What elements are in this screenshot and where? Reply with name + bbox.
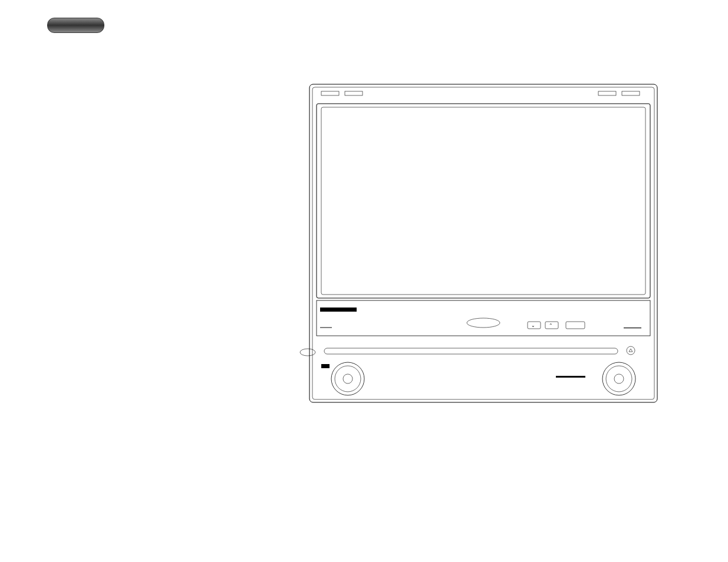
svg-point-25: [343, 374, 353, 384]
text-column: [47, 44, 256, 431]
svg-rect-1: [312, 87, 654, 399]
svg-text:⌄: ⌄: [531, 323, 535, 328]
svg-rect-7: [321, 107, 645, 295]
svg-rect-17: [624, 328, 641, 328]
svg-point-18: [627, 346, 635, 355]
svg-rect-5: [622, 91, 640, 95]
svg-point-23: [331, 362, 364, 395]
svg-text:⌃: ⌃: [549, 323, 553, 328]
svg-point-28: [614, 374, 624, 384]
svg-rect-29: [556, 376, 585, 378]
svg-rect-19: [324, 348, 618, 354]
svg-point-24: [335, 366, 361, 392]
svg-point-27: [606, 366, 632, 392]
svg-rect-4: [598, 91, 616, 95]
svg-point-11: [467, 318, 500, 328]
diagram-column: ⌄ ⌃: [268, 44, 693, 431]
svg-rect-20: [625, 343, 638, 348]
svg-rect-6: [317, 104, 650, 298]
svg-rect-9: [320, 308, 357, 312]
brand-logo: [47, 18, 104, 33]
page-header: [47, 18, 681, 33]
svg-rect-22: [321, 364, 330, 368]
svg-rect-0: [309, 84, 657, 402]
svg-point-21: [300, 349, 315, 356]
svg-rect-2: [321, 91, 339, 95]
svg-rect-3: [345, 91, 363, 95]
svg-point-26: [602, 362, 635, 395]
device-diagram: ⌄ ⌃: [268, 44, 693, 431]
svg-rect-16: [566, 322, 585, 329]
